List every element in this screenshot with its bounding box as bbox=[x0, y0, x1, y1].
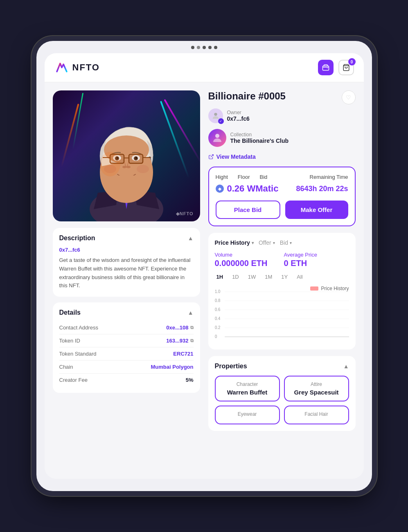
bid-chevron-icon: ▾ bbox=[290, 241, 292, 245]
detail-row-contact: Contact Address 0xe...108 ⧉ bbox=[59, 321, 194, 334]
owner-avatar: ✓ bbox=[208, 108, 223, 123]
bid-price-value: 0.26 WMatic bbox=[227, 183, 279, 194]
bid-actions: Place Bid Make Offer bbox=[216, 201, 348, 219]
chart-legend: Price History bbox=[310, 286, 349, 291]
properties-row2: Eyewear Facial Hair bbox=[215, 406, 349, 424]
logo-icon bbox=[54, 60, 69, 75]
logo: NFTO bbox=[54, 60, 100, 75]
main-content: ◆NFTO Description ▲ 0x7...fc6 Get a tast… bbox=[45, 82, 364, 439]
tab-price-history[interactable]: Price History ▾ bbox=[215, 239, 254, 246]
price-history-stats: Volume 0.000000 ETH Average Price 0 ETH bbox=[215, 252, 349, 268]
notch-dot bbox=[214, 46, 217, 49]
owner-address[interactable]: 0x7...fc6 bbox=[227, 115, 250, 122]
time-filters: 1H 1D 1W 1M 1Y All bbox=[215, 273, 349, 281]
property-type-facial-hair: Facial Hair bbox=[291, 411, 342, 417]
filter-1m[interactable]: 1M bbox=[263, 273, 274, 281]
svg-point-27 bbox=[126, 166, 131, 168]
svg-text:0.4: 0.4 bbox=[215, 316, 221, 321]
filter-1y[interactable]: 1Y bbox=[280, 273, 289, 281]
hight-label: Hight bbox=[216, 174, 228, 180]
price-history-section: Price History ▾ Offer ▾ Bid ▾ bbox=[208, 233, 356, 349]
copy-token-icon[interactable]: ⧉ bbox=[190, 338, 194, 343]
svg-text:0.8: 0.8 bbox=[215, 298, 221, 303]
filter-1h[interactable]: 1H bbox=[215, 273, 225, 281]
property-type-attire: Attire bbox=[291, 381, 342, 387]
description-header: Description ▲ bbox=[59, 234, 194, 242]
property-card-character: Character Warren Buffet bbox=[215, 376, 280, 401]
cart-icon bbox=[343, 64, 350, 71]
tablet-notch bbox=[191, 46, 217, 49]
svg-point-32 bbox=[214, 113, 217, 116]
property-value-attire: Grey Spacesuit bbox=[291, 389, 342, 396]
wallet-button[interactable] bbox=[318, 60, 334, 75]
bid-tab-label: Bid bbox=[280, 239, 288, 246]
legend-label: Price History bbox=[321, 286, 349, 291]
notch-dot-active bbox=[197, 46, 200, 49]
property-value-character: Warren Buffet bbox=[222, 389, 273, 396]
price-history-tabs: Price History ▾ Offer ▾ Bid ▾ bbox=[215, 239, 349, 246]
properties-chevron-icon[interactable]: ▲ bbox=[343, 363, 349, 370]
header: NFTO 0 bbox=[45, 53, 364, 82]
remaining-time-value: 8643h 20m 22s bbox=[296, 185, 348, 193]
notch-dot bbox=[208, 46, 212, 49]
tab-bid[interactable]: Bid ▾ bbox=[280, 239, 292, 246]
properties-title: Properties bbox=[215, 363, 247, 370]
volume-value: 0.000000 ETH bbox=[215, 259, 268, 268]
description-card: Description ▲ 0x7...fc6 Get a taste of t… bbox=[53, 228, 200, 297]
token-id-text: 163...932 bbox=[166, 338, 188, 344]
filter-1w[interactable]: 1W bbox=[246, 273, 258, 281]
nft-image-container: ◆NFTO bbox=[53, 90, 200, 221]
view-metadata-text: View Metadata bbox=[216, 153, 256, 160]
svg-point-30 bbox=[112, 174, 141, 191]
owner-info: Owner 0x7...fc6 bbox=[227, 110, 250, 122]
owner-section: ✓ Owner 0x7...fc6 bbox=[208, 108, 356, 123]
collection-avatar-icon bbox=[211, 132, 223, 144]
detail-label-creator-fee: Creator Fee bbox=[59, 377, 88, 383]
collection-name[interactable]: The Billionaire's Club bbox=[230, 138, 289, 144]
owner-label: Owner bbox=[227, 110, 250, 115]
svg-point-31 bbox=[100, 152, 120, 176]
detail-row-token-standard: Token Standard ERC721 bbox=[59, 347, 194, 361]
details-title: Details bbox=[59, 309, 81, 316]
detail-value-contact: 0xe...108 ⧉ bbox=[166, 325, 193, 331]
average-price-stat: Average Price 0 ETH bbox=[284, 252, 317, 268]
cart-button[interactable]: 0 bbox=[338, 60, 354, 75]
svg-rect-0 bbox=[322, 66, 329, 70]
contact-address-text: 0xe...108 bbox=[166, 325, 188, 331]
nft-title: Billionaire #0005 bbox=[208, 90, 286, 102]
svg-point-33 bbox=[215, 134, 219, 138]
tab-offer[interactable]: Offer ▾ bbox=[259, 239, 275, 246]
favorite-button[interactable]: ♡ bbox=[342, 90, 356, 104]
right-column: Billionaire #0005 ♡ ✓ Owner 0x7...fc6 bbox=[208, 90, 356, 431]
description-text: Get a taste of the wisdom and foresight … bbox=[59, 256, 194, 290]
svg-text:1.0: 1.0 bbox=[215, 289, 221, 294]
view-metadata-link[interactable]: View Metadata bbox=[208, 153, 356, 160]
collection-section: Collection The Billionaire's Club bbox=[208, 129, 356, 147]
bid-label: Bid bbox=[259, 174, 267, 180]
average-price-label: Average Price bbox=[284, 252, 317, 258]
description-chevron-icon[interactable]: ▲ bbox=[188, 235, 194, 241]
notch-dot bbox=[191, 46, 194, 49]
place-bid-button[interactable]: Place Bid bbox=[216, 201, 280, 219]
bid-box: Hight Floor Bid Remaining Time ◆ 0.26 WM… bbox=[208, 167, 356, 226]
filter-all[interactable]: All bbox=[295, 273, 304, 281]
detail-value-chain: Mumbai Polygon bbox=[151, 364, 194, 370]
details-chevron-icon[interactable]: ▲ bbox=[188, 309, 194, 316]
description-title: Description bbox=[59, 234, 95, 242]
details-header: Details ▲ bbox=[59, 309, 194, 316]
details-card: Details ▲ Contact Address 0xe...108 ⧉ To… bbox=[53, 302, 200, 393]
property-type-character: Character bbox=[222, 381, 273, 387]
nft-watermark: ◆NFTO bbox=[176, 211, 194, 216]
property-card-attire: Attire Grey Spacesuit bbox=[284, 376, 349, 401]
make-offer-button[interactable]: Make Offer bbox=[285, 201, 348, 219]
wallet-icon bbox=[322, 64, 329, 71]
svg-point-26 bbox=[122, 166, 126, 168]
properties-header: Properties ▲ bbox=[215, 363, 349, 370]
detail-row-chain: Chain Mumbai Polygon bbox=[59, 361, 194, 374]
property-type-eyewear: Eyewear bbox=[222, 411, 273, 417]
filter-1d[interactable]: 1D bbox=[230, 273, 241, 281]
collection-info: Collection The Billionaire's Club bbox=[230, 132, 289, 144]
copy-contact-icon[interactable]: ⧉ bbox=[190, 325, 194, 330]
detail-label-chain: Chain bbox=[59, 364, 73, 370]
description-author[interactable]: 0x7...fc6 bbox=[59, 247, 194, 253]
